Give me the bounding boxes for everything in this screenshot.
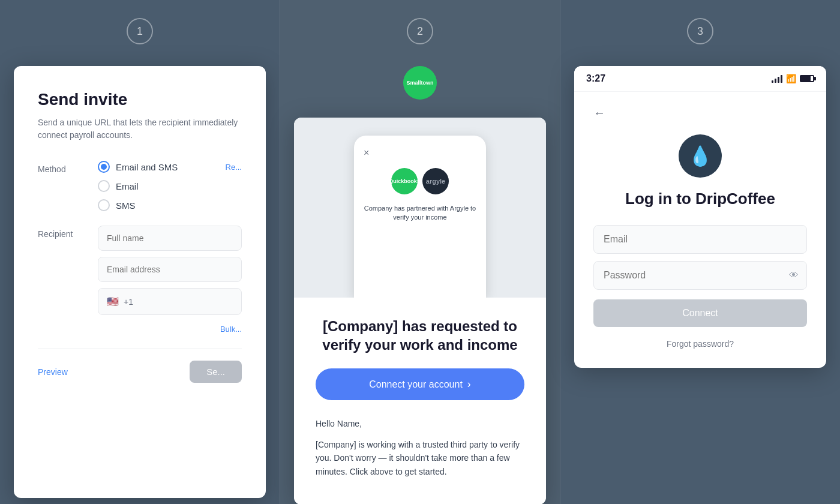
eye-icon: 👁: [789, 270, 799, 281]
bar4: [781, 75, 782, 83]
panel-3-content: 3:27 📶 ← 💧: [574, 66, 826, 368]
flag-icon: 🇺🇸: [107, 296, 119, 307]
quickbooks-label: Quickbooks: [389, 178, 420, 184]
send-button[interactable]: Se...: [190, 361, 242, 383]
content-headline: [Company] has requested to verify your w…: [316, 317, 524, 354]
full-name-input[interactable]: [98, 226, 242, 251]
radio-circle-sms: [98, 199, 110, 211]
method-label: Method: [38, 164, 66, 174]
panel-1: 1 Send invite Send a unique URL that let…: [0, 0, 280, 504]
phone-top-bar: ×: [364, 148, 476, 158]
email-greeting: Hello Name,: [316, 417, 524, 430]
step-number-3: 3: [687, 18, 713, 44]
radio-email-sms[interactable]: Email and SMS Re...: [98, 161, 242, 173]
battery-fill: [801, 76, 811, 81]
argyle-label: argyle: [426, 178, 445, 185]
bar1: [772, 80, 773, 83]
panel-3: 3 3:27 📶: [560, 0, 840, 504]
connect-account-button[interactable]: Connect your account ›: [316, 368, 524, 400]
login-connect-button[interactable]: Connect: [593, 299, 807, 327]
phone-prefix: +1: [124, 297, 133, 307]
content-area: [Company] has requested to verify your w…: [294, 298, 546, 504]
step-number-2: 2: [407, 18, 433, 44]
bar3: [778, 77, 779, 83]
status-icons: 📶: [772, 74, 814, 83]
preview-link[interactable]: Preview: [38, 367, 68, 377]
radio-circle-email: [98, 180, 110, 192]
send-invite-card: Send invite Send a unique URL that lets …: [14, 66, 266, 498]
panel-2-content: Smalltown × Quickbooks argyle: [294, 66, 546, 504]
signal-bars-icon: [772, 74, 782, 83]
recipient-row: Recipient 🇺🇸 +1 Bulk...: [38, 226, 242, 334]
connect-btn-arrow-icon: ›: [467, 378, 471, 391]
status-bar: 3:27 📶: [574, 66, 826, 92]
panel2-card: × Quickbooks argyle Company has partnere…: [294, 118, 546, 504]
password-wrap: 👁: [593, 261, 807, 290]
bulk-link[interactable]: Bulk...: [98, 325, 242, 334]
recipient-label: Recipient: [38, 229, 73, 239]
phone-input-wrap[interactable]: 🇺🇸 +1: [98, 288, 242, 315]
radio-label-sms: SMS: [116, 200, 136, 211]
card-title: Send invite: [38, 90, 242, 109]
login-password-input[interactable]: [593, 261, 807, 290]
status-time: 3:27: [586, 73, 605, 84]
email-body-text: [Company] is working with a trusted thir…: [316, 438, 524, 478]
login-content: ← 💧 Log in to DripCoffee 👁 Connect Forgo…: [574, 92, 826, 368]
back-arrow-icon[interactable]: ←: [593, 106, 807, 120]
wifi-icon: 📶: [786, 74, 796, 83]
card-subtitle: Send a unique URL that lets the recipien…: [38, 116, 242, 142]
radio-reset[interactable]: Re...: [226, 163, 242, 172]
phone-body-text: Company has partnered with Argyle to ver…: [364, 204, 476, 223]
radio-label-email: Email: [116, 181, 139, 191]
card-footer: Preview Se...: [38, 348, 242, 383]
app-logo: 💧: [679, 134, 722, 178]
email-input[interactable]: [98, 257, 242, 282]
argyle-logo: argyle: [422, 168, 449, 194]
forgot-password-link[interactable]: Forgot password?: [593, 339, 807, 349]
radio-inner: [101, 164, 107, 170]
email-body: Hello Name, [Company] is working with a …: [316, 417, 524, 478]
argyle-logo-text: Smalltown: [406, 80, 433, 86]
argyle-logo-top: Smalltown: [403, 66, 437, 100]
phone-mockup: × Quickbooks argyle Company has partnere…: [354, 136, 486, 298]
method-row: Method Email and SMS Re... Email: [38, 161, 242, 211]
login-title: Log in to DripCoffee: [593, 190, 807, 208]
phone-preview-wrap: × Quickbooks argyle Company has partnere…: [294, 118, 546, 298]
battery-icon: [800, 75, 814, 82]
login-email-input[interactable]: [593, 225, 807, 254]
connect-button-label: Connect your account: [369, 379, 463, 390]
radio-sms[interactable]: SMS: [98, 199, 242, 211]
radio-circle-email-sms: [98, 161, 110, 173]
bar2: [775, 79, 776, 83]
radio-group: Email and SMS Re... Email SMS: [98, 161, 242, 211]
app-logo-symbol: 💧: [688, 145, 712, 167]
panel-2: 2 Smalltown × Quickbooks argyle: [280, 0, 560, 504]
phone-logos: Quickbooks argyle: [364, 168, 476, 194]
login-card: 3:27 📶 ← 💧: [574, 66, 826, 368]
radio-label-email-sms: Email and SMS: [116, 162, 178, 172]
radio-email[interactable]: Email: [98, 180, 242, 192]
quickbooks-logo: Quickbooks: [391, 168, 418, 194]
step-number-1: 1: [127, 18, 153, 44]
close-icon: ×: [364, 148, 369, 158]
